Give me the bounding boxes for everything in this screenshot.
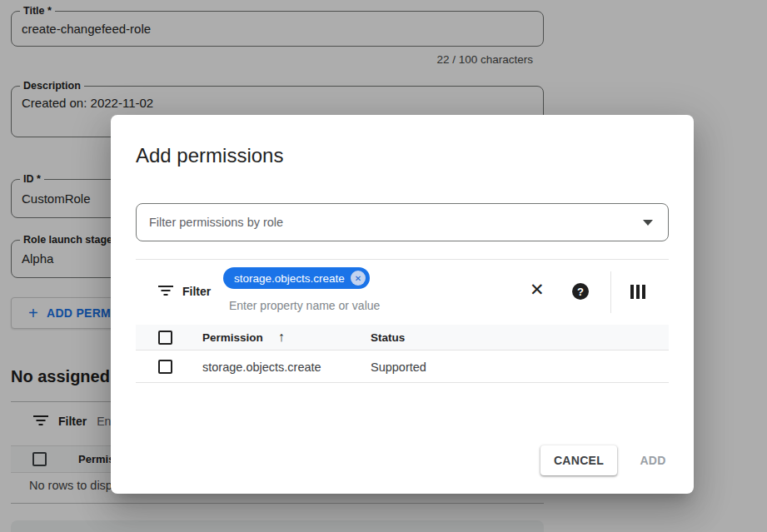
row-status-cell: Supported <box>371 360 426 374</box>
help-icon[interactable]: ? <box>572 283 589 300</box>
dialog-filter-input-placeholder[interactable]: Enter property name or value <box>229 299 380 312</box>
filter-chip[interactable]: storage.objects.create ✕ <box>223 267 370 289</box>
row-permission-cell: storage.objects.create <box>202 360 321 374</box>
table-row[interactable]: storage.objects.create Supported <box>136 351 669 383</box>
dialog-filter-button[interactable]: Filter <box>158 285 211 298</box>
dialog-filter-toolbar: Filter storage.objects.create ✕ Enter pr… <box>136 259 669 325</box>
dialog-title: Add permissions <box>136 144 283 167</box>
filter-icon <box>158 286 173 297</box>
filter-chip-value: storage.objects.create <box>234 272 345 285</box>
filter-permissions-by-role-select[interactable]: Filter permissions by role <box>136 203 669 241</box>
screen: Title * create-changefeed-role 22 / 100 … <box>0 0 767 532</box>
dialog-table-header: Permission ↑ Status <box>136 325 669 351</box>
add-button[interactable]: ADD <box>624 445 682 475</box>
permission-column-header[interactable]: Permission <box>202 331 263 344</box>
chip-remove-icon[interactable]: ✕ <box>351 271 366 286</box>
select-all-checkbox[interactable] <box>158 331 172 345</box>
clear-filters-icon[interactable]: ✕ <box>530 280 545 300</box>
column-display-options-icon[interactable] <box>630 285 646 299</box>
status-column-header[interactable]: Status <box>371 331 405 344</box>
dialog-filter-label: Filter <box>182 285 211 298</box>
role-select-placeholder: Filter permissions by role <box>149 216 643 229</box>
add-permissions-dialog: Add permissions Filter permissions by ro… <box>111 115 694 494</box>
cancel-button[interactable]: CANCEL <box>540 445 617 475</box>
row-checkbox[interactable] <box>158 360 172 374</box>
toolbar-divider <box>610 271 611 313</box>
sort-ascending-icon[interactable]: ↑ <box>278 330 285 345</box>
chevron-down-icon <box>643 220 653 226</box>
